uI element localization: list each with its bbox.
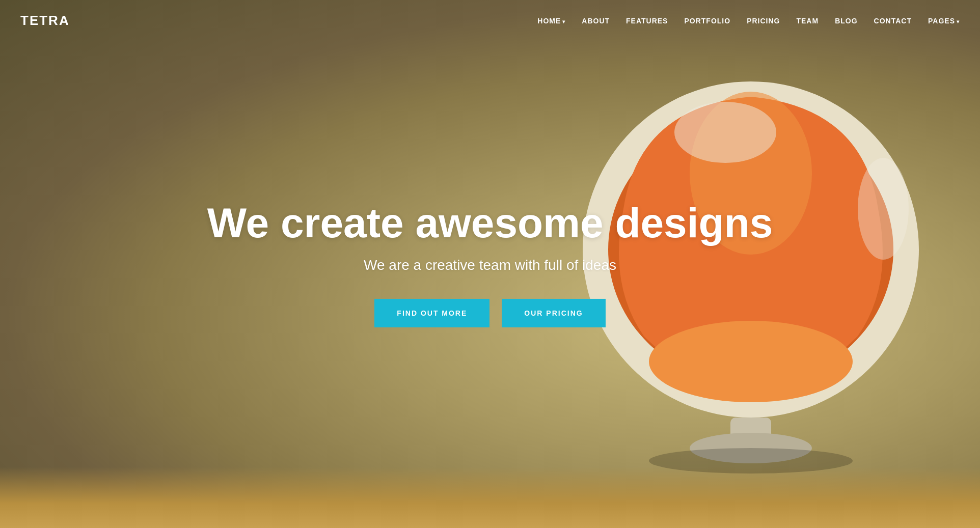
chevron-down-icon: ▾ xyxy=(562,19,565,24)
nav-link-team[interactable]: TEAM xyxy=(796,17,819,25)
nav-link-pages[interactable]: PAGES▾ xyxy=(928,17,960,25)
nav-link-home[interactable]: HOME▾ xyxy=(537,17,565,25)
find-out-more-button[interactable]: FIND OUT MORE xyxy=(374,299,489,327)
nav-link-pricing[interactable]: PRICING xyxy=(747,17,780,25)
nav-menu: HOME▾ ABOUT FEATURES PORTFOLIO PRICING T… xyxy=(537,16,960,25)
hero-content: We create awesome designs We are a creat… xyxy=(0,201,980,327)
svg-point-2 xyxy=(649,321,853,402)
hero-title: We create awesome designs xyxy=(20,201,960,244)
our-pricing-button[interactable]: OUR PRICING xyxy=(502,299,605,327)
hero-subtitle: We are a creative team with full of idea… xyxy=(20,257,960,273)
nav-item-features[interactable]: FEATURES xyxy=(626,16,668,25)
svg-point-8 xyxy=(649,448,853,474)
navbar: TETRA HOME▾ ABOUT FEATURES PORTFOLIO PRI… xyxy=(0,0,980,41)
chevron-down-icon: ▾ xyxy=(957,19,960,24)
nav-item-pricing[interactable]: PRICING xyxy=(747,16,780,25)
nav-item-contact[interactable]: CONTACT xyxy=(874,16,912,25)
svg-point-4 xyxy=(674,102,776,163)
nav-item-blog[interactable]: BLOG xyxy=(835,16,857,25)
nav-item-home[interactable]: HOME▾ xyxy=(537,16,565,25)
nav-link-blog[interactable]: BLOG xyxy=(835,17,857,25)
nav-item-about[interactable]: ABOUT xyxy=(582,16,610,25)
hero-section: TETRA HOME▾ ABOUT FEATURES PORTFOLIO PRI… xyxy=(0,0,980,528)
nav-item-team[interactable]: TEAM xyxy=(796,16,819,25)
hero-buttons: FIND OUT MORE OUR PRICING xyxy=(20,299,960,327)
nav-link-features[interactable]: FEATURES xyxy=(626,17,668,25)
nav-link-contact[interactable]: CONTACT xyxy=(874,17,912,25)
nav-link-about[interactable]: ABOUT xyxy=(582,17,610,25)
nav-link-portfolio[interactable]: PORTFOLIO xyxy=(684,17,730,25)
brand-logo[interactable]: TETRA xyxy=(20,13,70,29)
nav-item-pages[interactable]: PAGES▾ xyxy=(928,16,960,25)
nav-item-portfolio[interactable]: PORTFOLIO xyxy=(684,16,730,25)
